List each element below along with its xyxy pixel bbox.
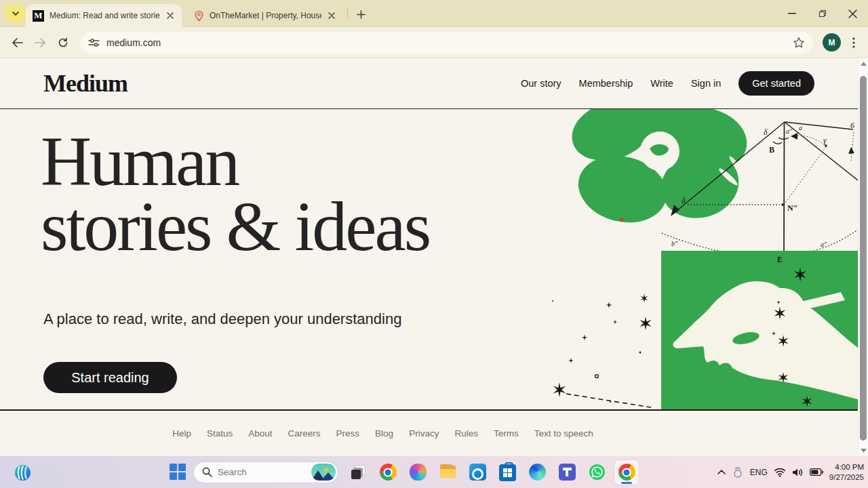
language-indicator[interactable]: ENG <box>750 468 768 477</box>
footer-rules[interactable]: Rules <box>454 428 478 439</box>
store-taskbar-button[interactable] <box>495 460 519 485</box>
file-explorer-button[interactable] <box>435 460 460 485</box>
teams-taskbar-button[interactable] <box>555 460 579 485</box>
footer-blog[interactable]: Blog <box>375 428 393 439</box>
back-button[interactable] <box>5 31 28 54</box>
restore-button[interactable] <box>807 0 837 27</box>
forward-icon <box>35 38 46 47</box>
footer-text-to-speech[interactable]: Text to speech <box>534 428 593 439</box>
browser-menu-button[interactable] <box>845 31 863 54</box>
close-window-button[interactable] <box>837 0 868 27</box>
wifi-button[interactable] <box>774 468 786 477</box>
kebab-menu-icon <box>852 37 855 48</box>
hero-title: Human stories & ideas <box>41 129 429 258</box>
nav-write[interactable]: Write <box>650 78 673 89</box>
new-tab-button[interactable] <box>353 6 369 22</box>
browser-toolbar: medium.com M <box>0 27 868 58</box>
nav-sign-in[interactable]: Sign in <box>691 78 721 89</box>
address-bar[interactable]: medium.com <box>80 32 813 54</box>
scroll-down-arrow[interactable] <box>859 445 868 456</box>
widgets-icon <box>14 464 32 482</box>
chevron-down-icon <box>12 11 20 16</box>
forward-button[interactable] <box>28 31 52 54</box>
taskbar-search[interactable] <box>194 462 338 483</box>
taskbar-center <box>170 456 642 488</box>
browser-tab-strip: M Medium: Read and write stories OnTheMa… <box>0 0 868 27</box>
medium-header: Medium Our story Membership Write Sign i… <box>0 58 858 109</box>
windows-logo-icon <box>170 464 177 471</box>
outlook-icon <box>469 464 486 481</box>
svg-text:δ: δ <box>682 196 686 205</box>
tab-close-icon[interactable] <box>326 9 338 22</box>
medium-logo[interactable]: Medium <box>43 69 127 98</box>
svg-text:a: a <box>799 124 802 131</box>
medium-favicon: M <box>33 10 44 22</box>
widgets-button[interactable] <box>12 462 33 483</box>
task-view-button[interactable] <box>346 460 370 485</box>
battery-button[interactable] <box>810 468 823 476</box>
start-button[interactable] <box>170 464 187 481</box>
site-settings-icon[interactable] <box>88 38 100 47</box>
tab-search-button[interactable] <box>5 5 26 22</box>
search-input[interactable] <box>218 467 299 477</box>
restore-icon <box>819 10 826 17</box>
bing-daily-image[interactable] <box>311 464 336 481</box>
svg-text:δ: δ <box>764 127 768 137</box>
tray-app-button[interactable] <box>732 466 744 479</box>
search-icon <box>202 467 212 477</box>
copilot-taskbar-button[interactable] <box>406 460 430 485</box>
reload-button[interactable] <box>52 31 75 54</box>
screen: M Medium: Read and write stories OnTheMa… <box>0 0 868 488</box>
footer-privacy[interactable]: Privacy <box>409 428 439 439</box>
edge-icon <box>529 464 546 481</box>
close-icon <box>848 9 857 18</box>
medium-footer: Help Status About Careers Press Blog Pri… <box>0 409 858 456</box>
chrome-icon <box>380 464 397 481</box>
clock[interactable]: 4:00 PM 9/27/2025 <box>829 462 864 483</box>
tray-chevron-button[interactable] <box>717 470 726 474</box>
tab-divider <box>347 8 348 19</box>
date-text: 9/27/2025 <box>829 472 864 483</box>
tab-title: OnTheMarket | Property, House <box>210 11 321 20</box>
footer-terms[interactable]: Terms <box>494 428 519 439</box>
footer-status[interactable]: Status <box>207 428 233 439</box>
hero-subtitle: A place to read, write, and deepen your … <box>43 310 401 328</box>
page-scrollbar <box>858 58 868 456</box>
get-started-button[interactable]: Get started <box>738 71 814 96</box>
back-icon <box>12 38 23 47</box>
minimize-button[interactable] <box>776 0 807 27</box>
scrollbar-thumb[interactable] <box>860 76 867 441</box>
svg-text:γ: γ <box>823 136 827 145</box>
tab-onthemarket[interactable]: OnTheMarket | Property, House <box>187 4 343 27</box>
time-text: 4:00 PM <box>829 462 864 472</box>
minimize-icon <box>788 13 796 14</box>
reload-icon <box>58 37 68 48</box>
scroll-up-arrow[interactable] <box>859 58 868 69</box>
window-controls <box>776 0 868 27</box>
outlook-taskbar-button[interactable] <box>465 460 490 485</box>
tab-close-icon[interactable] <box>164 9 176 22</box>
start-reading-button[interactable]: Start reading <box>43 362 177 393</box>
hero-illustration: B δ a″ a γ 6 N″ δ b″ a″ E <box>536 109 858 409</box>
footer-press[interactable]: Press <box>336 428 360 439</box>
footer-about[interactable]: About <box>248 428 272 439</box>
tab-medium[interactable]: M Medium: Read and write stories <box>26 4 182 27</box>
nav-membership[interactable]: Membership <box>579 78 633 89</box>
nav-our-story[interactable]: Our story <box>521 78 561 89</box>
footer-help[interactable]: Help <box>172 428 191 439</box>
tray-app-icon <box>732 466 744 479</box>
profile-avatar[interactable]: M <box>823 33 841 52</box>
url-text: medium.com <box>106 37 793 48</box>
footer-careers[interactable]: Careers <box>288 428 321 439</box>
chrome-active-taskbar-button[interactable] <box>614 460 639 485</box>
svg-text:E: E <box>777 255 783 264</box>
whatsapp-taskbar-button[interactable] <box>585 460 609 485</box>
chrome-taskbar-button[interactable] <box>376 460 400 485</box>
copilot-icon <box>410 464 427 481</box>
svg-text:B: B <box>769 145 774 155</box>
bookmark-star-icon[interactable] <box>793 37 805 49</box>
microsoft-store-icon <box>499 464 516 481</box>
volume-button[interactable] <box>792 468 804 477</box>
file-explorer-icon <box>439 464 456 481</box>
edge-taskbar-button[interactable] <box>525 460 549 485</box>
